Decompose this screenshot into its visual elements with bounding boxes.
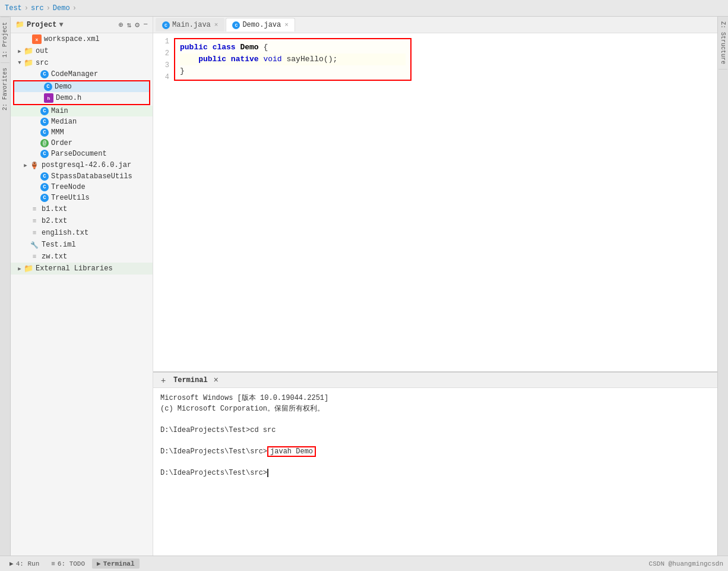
tree-item-b1txt[interactable]: ≡ b1.txt <box>11 203 153 215</box>
tree-item-workspace[interactable]: x workspace.xml <box>11 33 153 45</box>
code-content: 1 2 3 4 public class Demo { public nativ… <box>153 33 717 97</box>
tree-item-stpass[interactable]: C StpassDatabaseUtils <box>11 171 153 182</box>
txt-icon-zw: ≡ <box>30 252 39 261</box>
line-num-2: 2 <box>156 48 169 59</box>
bottom-tab-run[interactable]: ▶ 4: Run <box>5 559 44 569</box>
tree-item-zwtxt[interactable]: ≡ zw.txt <box>11 251 153 263</box>
add-icon[interactable]: ⊕ <box>119 20 124 30</box>
tree-item-parsedocument[interactable]: C ParseDocument <box>11 149 153 159</box>
tree-item-codemanager[interactable]: C CodeManager <box>11 69 153 80</box>
txt-icon-b2: ≡ <box>30 216 39 226</box>
file-tree: x workspace.xml ▶ 📁 out ▼ 📁 src C <box>11 33 153 556</box>
tab-close-main[interactable]: × <box>214 21 219 29</box>
terminal-title: Terminal <box>173 376 208 384</box>
run-icon: ▶ <box>10 560 14 567</box>
sidebar-header: 📁 Project ▼ ⊕ ⇅ ⚙ − <box>11 17 153 33</box>
tab-close-demo[interactable]: × <box>284 21 289 29</box>
c-icon: C <box>40 70 49 78</box>
terminal-add-button[interactable]: + <box>158 375 169 386</box>
file-label-englishtxt: english.txt <box>42 229 88 237</box>
tab-demo-java[interactable]: C Demo.java × <box>226 18 295 31</box>
tree-item-postgresql[interactable]: ▶ 🏺 postgresql-42.6.0.jar <box>11 159 153 171</box>
tree-item-src[interactable]: ▼ 📁 src <box>11 57 153 69</box>
tree-arrow-postgresql: ▶ <box>21 162 30 169</box>
terminal-line-5 <box>160 436 710 446</box>
file-label-codemanager: CodeManager <box>51 70 98 78</box>
jar-icon: 🏺 <box>30 160 39 170</box>
file-label-testiml: Test.iml <box>42 241 76 249</box>
bottom-bar: ▶ 4: Run ≡ 6: TODO ▶ Terminal CSDN @huan… <box>0 556 728 571</box>
iml-icon: 🔧 <box>30 240 39 250</box>
line-numbers: 1 2 3 4 <box>153 36 174 95</box>
folder-label-src: src <box>36 59 49 67</box>
tree-item-main[interactable]: C Main <box>11 106 153 116</box>
tree-item-testiml[interactable]: 🔧 Test.iml <box>11 239 153 251</box>
breadcrumb-test[interactable]: Test <box>5 4 22 12</box>
todo-tab-label: 6: TODO <box>58 560 85 567</box>
todo-icon: ≡ <box>51 560 55 567</box>
txt-icon-b1: ≡ <box>30 204 39 214</box>
tree-item-demoh[interactable]: h Demo.h <box>14 92 149 104</box>
tree-arrow-out: ▶ <box>15 48 24 55</box>
file-label-mmm: MMM <box>51 128 64 137</box>
sidebar-actions: ⊕ ⇅ ⚙ − <box>119 20 148 30</box>
tree-item-order[interactable]: @ Order <box>11 138 153 149</box>
tree-item-mmm[interactable]: C MMM <box>11 127 153 138</box>
line-num-4: 4 <box>156 71 169 83</box>
xml-icon: x <box>32 34 42 44</box>
tab-main-java-label: Main.java <box>172 21 211 29</box>
breadcrumb-demo[interactable]: Demo <box>53 4 70 12</box>
title-bar: Test › src › Demo › <box>0 0 728 17</box>
folder-icon-extlibs: 📁 <box>24 264 33 273</box>
terminal-line-1: Microsoft Windows [版本 10.0.19044.2251] <box>160 393 710 403</box>
code-line-1: public class Demo { <box>180 42 406 53</box>
c-icon-median: C <box>40 118 49 126</box>
editor-tabs: C Main.java × C Demo.java × <box>153 17 717 33</box>
file-label-parse: ParseDocument <box>51 150 107 158</box>
tree-arrow-src: ▼ <box>15 60 24 66</box>
tree-item-b2txt[interactable]: ≡ b2.txt <box>11 215 153 227</box>
left-tab-favorites[interactable]: 2: Favorites <box>1 62 10 115</box>
settings-icon[interactable]: ⚙ <box>135 20 140 30</box>
project-sidebar: 📁 Project ▼ ⊕ ⇅ ⚙ − x workspace.xml <box>11 17 153 556</box>
c-icon-tab-main: C <box>162 21 170 29</box>
file-label-treeutils: TreeUtils <box>51 194 90 202</box>
c-icon-treeutils: C <box>40 194 49 202</box>
bottom-tabs: ▶ 4: Run ≡ 6: TODO ▶ Terminal <box>5 559 140 569</box>
sort-icon[interactable]: ⇅ <box>127 20 132 30</box>
tab-main-java[interactable]: C Main.java × <box>156 18 224 31</box>
terminal-body[interactable]: Microsoft Windows [版本 10.0.19044.2251] (… <box>153 388 717 556</box>
folder-label-extlibs: External Libraries <box>36 264 113 273</box>
c-icon-treenode: C <box>40 183 49 191</box>
bottom-tab-todo[interactable]: ≡ 6: TODO <box>46 559 90 569</box>
bottom-tab-terminal[interactable]: ▶ Terminal <box>92 559 139 569</box>
file-label-b1txt: b1.txt <box>42 205 67 213</box>
c-icon-mmm: C <box>40 128 49 137</box>
tree-item-treeutils[interactable]: C TreeUtils <box>11 193 153 203</box>
code-line-2: public native void sayHello(); <box>180 53 406 65</box>
tree-item-englishtxt[interactable]: ≡ english.txt <box>11 227 153 239</box>
file-label-demoh: Demo.h <box>56 94 81 102</box>
folder-icon-out: 📁 <box>24 46 33 56</box>
tree-item-out[interactable]: ▶ 📁 out <box>11 45 153 57</box>
right-tab-structure[interactable]: Z: Structure <box>718 17 727 70</box>
file-label-demo: Demo <box>55 83 72 91</box>
c-icon-stpass: C <box>40 172 49 181</box>
terminal-line-8: D:\IdeaProjects\Test\src>​ <box>160 468 710 478</box>
breadcrumb-src[interactable]: src <box>31 4 44 12</box>
tree-item-demo[interactable]: C Demo <box>14 81 149 92</box>
folder-label-out: out <box>36 47 49 55</box>
collapse-icon[interactable]: − <box>143 20 148 29</box>
dropdown-icon: ▼ <box>59 21 63 29</box>
line-num-1: 1 <box>156 36 169 48</box>
tree-item-median[interactable]: C Median <box>11 116 153 127</box>
tree-item-extlibs[interactable]: ▶ 📁 External Libraries <box>11 263 153 275</box>
tree-item-treenode[interactable]: C TreeNode <box>11 182 153 193</box>
terminal-close-button[interactable]: × <box>214 376 219 385</box>
folder-icon: 📁 <box>15 20 24 29</box>
left-tab-project[interactable]: 1: Project <box>1 17 10 62</box>
code-editor[interactable]: 1 2 3 4 public class Demo { public nativ… <box>153 33 717 371</box>
file-label-postgresql: postgresql-42.6.0.jar <box>42 161 131 169</box>
file-label-main: Main <box>51 107 68 115</box>
file-label-median: Median <box>51 118 77 126</box>
